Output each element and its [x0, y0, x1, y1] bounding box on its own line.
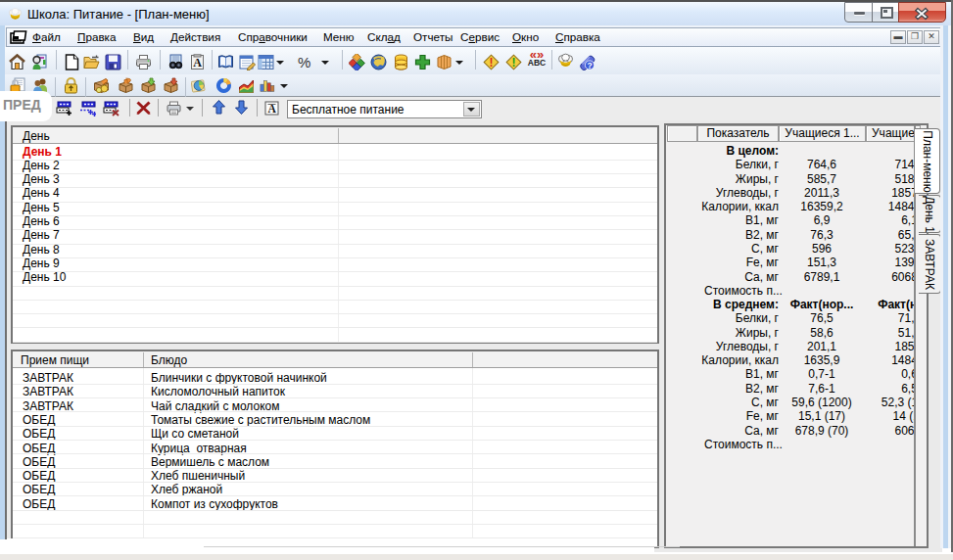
svg-text:!: ! [512, 56, 516, 70]
svg-text:?: ? [587, 61, 592, 70]
svg-text:А: А [193, 56, 202, 70]
svg-text:!: ! [490, 56, 494, 70]
